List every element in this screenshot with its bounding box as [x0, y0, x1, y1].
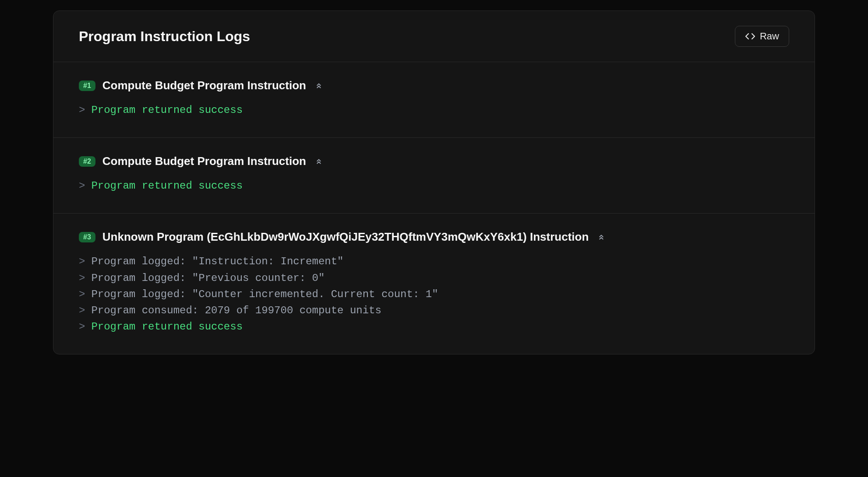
code-icon: [745, 31, 755, 42]
log-index-badge: #2: [79, 156, 95, 167]
log-block: #2Compute Budget Program Instruction>Pro…: [53, 138, 815, 214]
log-block: #3Unknown Program (EcGhLkbDw9rWoJXgwfQiJ…: [53, 214, 815, 354]
raw-button[interactable]: Raw: [735, 26, 789, 47]
log-line: >Program consumed: 2079 of 199700 comput…: [79, 302, 789, 319]
log-header[interactable]: #3Unknown Program (EcGhLkbDw9rWoJXgwfQiJ…: [79, 230, 789, 244]
log-text: Program consumed: 2079 of 199700 compute…: [91, 302, 381, 319]
log-caret: >: [79, 302, 85, 319]
log-caret: >: [79, 286, 85, 302]
log-text: Program returned success: [91, 102, 243, 118]
instruction-title: Compute Budget Program Instruction: [102, 154, 306, 168]
panel-title: Program Instruction Logs: [79, 28, 250, 45]
panel-header: Program Instruction Logs Raw: [53, 11, 815, 62]
log-header[interactable]: #2Compute Budget Program Instruction: [79, 154, 789, 168]
log-text: Program returned success: [91, 178, 243, 194]
collapse-icon[interactable]: [315, 82, 323, 90]
log-line: >Program returned success: [79, 102, 789, 118]
log-lines: >Program returned success: [79, 178, 789, 194]
log-block: #1Compute Budget Program Instruction>Pro…: [53, 62, 815, 138]
collapse-icon[interactable]: [315, 158, 323, 165]
raw-button-label: Raw: [760, 31, 779, 42]
log-line: >Program returned success: [79, 319, 789, 335]
log-line: >Program logged: "Instruction: Increment…: [79, 253, 789, 270]
log-caret: >: [79, 319, 85, 335]
log-lines: >Program returned success: [79, 102, 789, 118]
instruction-title: Compute Budget Program Instruction: [102, 79, 306, 92]
logs-list: #1Compute Budget Program Instruction>Pro…: [53, 62, 815, 354]
logs-panel: Program Instruction Logs Raw #1Compute B…: [53, 11, 815, 354]
log-caret: >: [79, 270, 85, 286]
log-text: Program logged: "Previous counter: 0": [91, 270, 325, 286]
log-line: >Program returned success: [79, 178, 789, 194]
log-text: Program logged: "Counter incremented. Cu…: [91, 286, 438, 302]
log-caret: >: [79, 178, 85, 194]
log-text: Program logged: "Instruction: Increment": [91, 253, 343, 270]
log-header[interactable]: #1Compute Budget Program Instruction: [79, 79, 789, 92]
collapse-icon[interactable]: [597, 233, 605, 241]
log-line: >Program logged: "Counter incremented. C…: [79, 286, 789, 302]
log-line: >Program logged: "Previous counter: 0": [79, 270, 789, 286]
log-caret: >: [79, 253, 85, 270]
log-lines: >Program logged: "Instruction: Increment…: [79, 253, 789, 335]
log-index-badge: #1: [79, 81, 95, 91]
log-text: Program returned success: [91, 319, 243, 335]
instruction-title: Unknown Program (EcGhLkbDw9rWoJXgwfQiJEy…: [102, 230, 589, 244]
log-caret: >: [79, 102, 85, 118]
log-index-badge: #3: [79, 232, 95, 242]
